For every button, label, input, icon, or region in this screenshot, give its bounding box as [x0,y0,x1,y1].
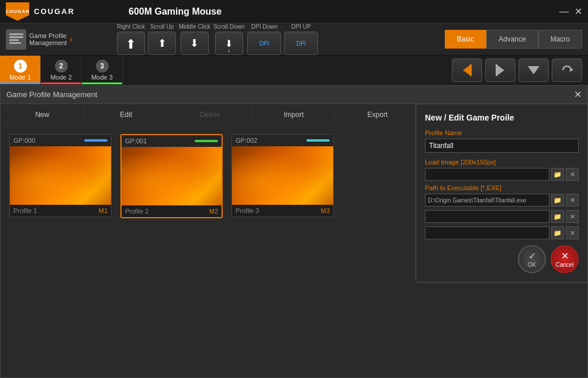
profile-card-1[interactable]: GP:001 Profile 2 M2 [120,134,223,218]
logo-area: COUGAR COUGAR [6,2,123,21]
svg-rect-0 [9,33,23,35]
svg-rect-3 [9,42,21,44]
profile-0-indicator [84,139,108,142]
exe-browse-1[interactable]: 📁 [551,194,564,207]
load-image-input[interactable] [425,168,549,181]
rotate-btn[interactable] [552,59,582,82]
profile-bar: Game Profile Management › Right Click ⬇ … [0,23,588,56]
mode2-btn[interactable]: 2 Mode 2 [41,56,82,84]
top-bar: COUGAR COUGAR 600M Gaming Mouse — ✕ [0,0,588,23]
dpi-up-btn[interactable]: DPI UP DPI [284,23,318,55]
load-image-row: 📁 ✕ [425,168,579,181]
cougar-logo: COUGAR [6,2,29,21]
exe-path-label: Path to Executable [*.EXE] [425,184,579,191]
profile-1-thumb [122,147,222,205]
profile-icon [6,29,26,50]
mode-bar: 1 Mode 1 2 Mode 2 3 Mode 3 [0,56,588,85]
gpm-import-btn[interactable]: Import [252,104,335,125]
brand-name: COUGAR [34,7,75,16]
close-button[interactable]: ✕ [575,6,582,17]
profile-card-2[interactable]: GP:002 Profile 3 M3 [231,134,334,217]
new-edit-panel: New / Edit Game Proile Profile Name Load… [416,104,588,283]
mode3-btn[interactable]: 3 Mode 3 [82,56,123,84]
panel-cancel-button[interactable]: ✕ Cancel [551,245,579,273]
profile-2-thumb [232,146,333,205]
tab-macro[interactable]: Macro [538,30,582,49]
gpm-close-button[interactable]: ✕ [574,89,582,100]
down-arrow-btn[interactable] [518,59,549,82]
mode2-indicator [41,83,81,84]
button-row: Right Click ⬇ Scroll Up ⬆ Middle Click ⬇… [117,23,433,55]
gpm-new-btn[interactable]: New [1,104,84,125]
middle-click-btn[interactable]: Middle Click ⬇ [179,23,210,55]
dpi-down-btn[interactable]: DPI Down DPI [247,23,281,55]
profile-card-2-header: GP:002 [232,135,333,146]
exe-path-input-3[interactable] [425,226,549,239]
right-click-arrow-btn[interactable] [485,59,516,82]
mode2-num: 2 [55,60,68,73]
tab-advance[interactable]: Advance [486,30,538,49]
scroll-up-btn[interactable]: Scroll Up ⬆ [148,23,176,55]
minimize-button[interactable]: — [559,6,569,17]
profile-card-1-header: GP:001 [122,135,222,147]
gpm-edit-btn[interactable]: Edit [84,104,168,125]
svg-marker-8 [528,66,539,74]
mode1-num: 1 [14,60,27,73]
svg-rect-5 [470,64,472,76]
profile-card-0-header: GP:000 [10,135,111,146]
exe-browse-3[interactable]: 📁 [551,226,564,239]
exe-browse-2[interactable]: 📁 [551,210,564,223]
gpm-delete-btn[interactable]: Delete [168,104,252,125]
mode1-btn[interactable]: 1 Mode 1 [0,56,41,84]
mode3-indicator [82,83,122,84]
panel-actions: ✓ OK ✕ Cancel [425,245,579,273]
exe-path-row-1: 📁 ✕ [425,194,579,207]
exe-path-row-2: 📁 ✕ [425,210,579,223]
profile-card-0[interactable]: GP:000 Profile 1 M1 [9,134,112,217]
profile-0-thumb [10,146,111,205]
window-controls: — ✕ [559,6,582,17]
profile-1-indicator [195,140,218,142]
chevron-right-icon: › [70,35,72,44]
left-click-arrow-btn[interactable] [452,59,482,82]
mode3-num: 3 [96,60,109,73]
exe-path-row-3: 📁 ✕ [425,226,579,239]
profile-0-footer: Profile 1 M1 [10,205,111,217]
exe-path-input-2[interactable] [425,210,549,223]
load-image-label: Load Image [200x150px] [425,159,579,166]
profile-management-link[interactable]: Game Profile Management › [6,29,111,50]
profile-name-input[interactable] [425,139,579,153]
tab-group: Basic Advance Macro [445,30,582,49]
gpm-header: Game Profile Management ✕ [1,85,587,104]
profile-2-footer: Profile 3 M3 [232,205,333,217]
svg-rect-7 [496,64,497,76]
exe-clear-1[interactable]: ✕ [566,194,579,207]
profile-name-label: Profile Name [425,129,579,136]
exe-clear-3[interactable]: ✕ [566,226,579,239]
exe-path-input-1[interactable] [425,194,549,207]
panel-title: New / Edit Game Proile [425,113,579,122]
tab-basic[interactable]: Basic [445,30,486,49]
mode3-label: Mode 3 [91,74,113,81]
profile-mgmt-label: Game Profile Management [29,32,67,46]
profile-2-indicator [306,139,330,142]
right-arrow-buttons [123,56,588,84]
mode1-label: Mode 1 [9,74,31,81]
scroll-down-btn[interactable]: Scroll Down ⬇ ↓ [213,23,244,55]
svg-rect-1 [9,36,23,38]
exe-clear-2[interactable]: ✕ [566,210,579,223]
load-image-browse[interactable]: 📁 [551,168,564,181]
load-image-clear[interactable]: ✕ [566,168,579,181]
svg-marker-9 [570,67,573,72]
right-click-btn[interactable]: Right Click ⬇ [117,23,145,55]
svg-rect-2 [9,39,19,41]
profile-1-footer: Profile 2 M2 [122,205,222,217]
mode1-indicator [0,83,40,84]
svg-marker-6 [496,64,504,76]
panel-ok-button[interactable]: ✓ OK [518,245,546,273]
profiles-area: GP:000 Profile 1 M1 GP:001 Profile 2 [1,125,369,377]
app-title: 600M Gaming Mouse [123,6,559,17]
mode2-label: Mode 2 [50,74,72,81]
gpm-export-btn[interactable]: Export [336,104,420,125]
svg-marker-4 [463,64,471,76]
